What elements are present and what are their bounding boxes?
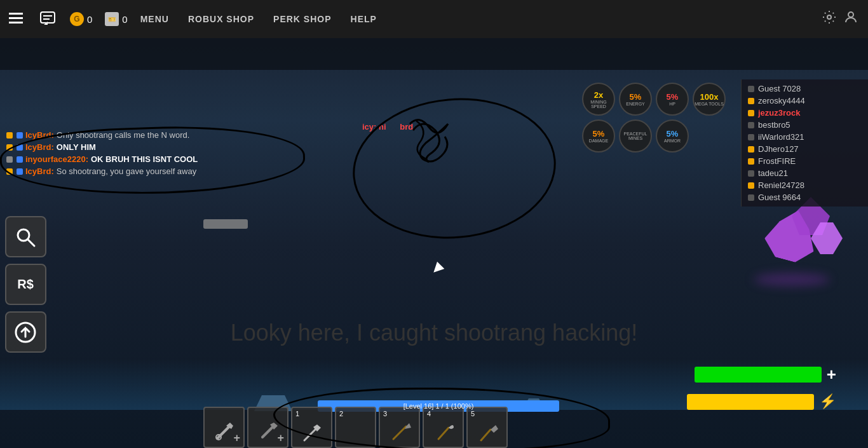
crystal-shadow <box>754 273 830 286</box>
chat-text-3: OK BRUH THIS ISNT COOL <box>91 154 198 164</box>
stat-damage: 5% DAMAGE <box>582 119 615 153</box>
health-bar-container: + <box>695 365 836 384</box>
robux-button[interactable]: R$ <box>5 264 46 305</box>
tool-icon-5 <box>475 420 500 445</box>
settings-icon[interactable] <box>822 10 837 29</box>
topbar: G 0 🎫 0 MENU ROBUX SHOP PERK SHOP HELP <box>0 0 868 38</box>
health-plus-button[interactable]: + <box>827 365 836 384</box>
player-dot <box>748 134 754 140</box>
upload-button[interactable] <box>5 311 46 353</box>
profile-icon[interactable] <box>843 10 858 29</box>
robux-shop-nav[interactable]: ROBUX SHOP <box>188 14 254 24</box>
player-item-djhero127: DJhero127 <box>748 143 862 155</box>
inventory-slots: + + 1 2 <box>203 407 508 448</box>
player-item-jezuz3rock: jezuz3rock <box>748 107 862 119</box>
left-sidebar: R$ <box>0 76 51 362</box>
player-chat-bubble: icy: ni brd <box>362 121 413 132</box>
player-speech-text: icy: ni brd <box>362 122 413 132</box>
energy-bolt-icon[interactable]: ⚡ <box>819 393 836 410</box>
inventory-slot-3[interactable]: 3 <box>379 407 420 448</box>
chat-text-4: So shootrang, you gave yourself away <box>57 166 196 176</box>
stat-hp: 5% HP <box>656 83 689 116</box>
player-dot <box>748 86 754 92</box>
player-item-guest7028: Guest 7028 <box>748 83 862 95</box>
chat-text-1: Only shootrang calls me the N word. <box>57 130 190 140</box>
inventory-slot-1[interactable]: 1 <box>291 407 332 448</box>
svg-line-16 <box>304 428 317 440</box>
currency-group: G 0 🎫 0 <box>70 12 128 26</box>
player-item-bestbro5: bestbro5 <box>748 119 862 131</box>
ticket-icon: 🎫 <box>105 12 119 26</box>
svg-line-9 <box>28 240 34 246</box>
hamburger-menu[interactable] <box>0 0 32 38</box>
gold-value: 0 <box>87 14 92 25</box>
svg-rect-3 <box>41 12 55 23</box>
player-dot <box>748 182 754 189</box>
svg-line-14 <box>262 426 274 437</box>
tool-icon-4 <box>431 420 456 445</box>
player-item-guest9664: Guest 9664 <box>748 191 862 203</box>
nav-links: MENU ROBUX SHOP PERK SHOP HELP <box>140 14 377 24</box>
svg-line-19 <box>438 428 449 439</box>
inventory-slot-special2[interactable]: + <box>247 407 288 448</box>
search-button[interactable] <box>5 216 46 257</box>
svg-line-20 <box>481 430 491 440</box>
svg-point-7 <box>848 12 853 17</box>
stats-panel: 2x Mining Speed 5% ENERGY 5% HP 100x Meg… <box>582 83 728 153</box>
svg-line-18 <box>393 426 406 439</box>
stat-mega-tools: 100x Mega Tools <box>693 83 726 116</box>
health-bar-track <box>695 367 822 383</box>
topbar-right <box>822 10 868 29</box>
coin-icon: G <box>70 12 84 26</box>
player-dot <box>748 122 754 128</box>
perk-shop-nav[interactable]: PERK SHOP <box>273 14 331 24</box>
menu-nav[interactable]: MENU <box>140 14 169 24</box>
player-dot <box>748 110 754 116</box>
help-nav[interactable]: HELP <box>351 14 377 24</box>
tool-icon-special2 <box>256 419 280 444</box>
player-dot <box>748 170 754 177</box>
inventory-slot-special1[interactable]: + <box>203 407 245 448</box>
tool-icon-1 <box>301 421 323 444</box>
player-list: Guest 7028 zerosky4444 jezuz3rock bestbr… <box>741 79 868 207</box>
player-item-reniel24728: Reniel24728 <box>748 179 862 191</box>
slot-add-icon: + <box>233 431 240 445</box>
energy-bar-fill <box>687 394 814 410</box>
player-item-zerosky4444: zerosky4444 <box>748 95 862 107</box>
chat-text-2: ONLY HIM <box>57 142 96 152</box>
topbar-left: G 0 🎫 0 MENU ROBUX SHOP PERK SHOP HELP <box>0 0 377 38</box>
center-text: Looky here, I caught shootrang hacking! <box>231 320 637 346</box>
svg-line-11 <box>217 426 230 438</box>
slot-num-1: 1 <box>295 410 299 417</box>
stat-energy: 5% ENERGY <box>619 83 652 116</box>
player-dot <box>748 98 754 104</box>
stat-peaceful-mines: PEACEFUL MINES <box>619 119 652 153</box>
slot-add-icon-2: + <box>277 431 284 445</box>
player-item-frostfire: FrostFIRE <box>748 155 862 167</box>
chat-button[interactable] <box>32 0 64 38</box>
energy-bar-track <box>687 394 814 410</box>
ticket-value: 0 <box>122 14 127 25</box>
tool-icon-3 <box>387 420 412 445</box>
svg-point-6 <box>827 15 831 19</box>
robux-icon: R$ <box>17 277 34 292</box>
energy-bar-container: ⚡ <box>687 393 836 410</box>
inventory-slot-4[interactable]: 4 <box>423 407 464 448</box>
player-item-iiwarlord321: iiWarlord321 <box>748 131 862 143</box>
stat-mining-speed: 2x Mining Speed <box>582 83 615 116</box>
player-item-tadeu21: tadeu21 <box>748 167 862 179</box>
stat-armor: 5% ARMOR <box>656 119 689 153</box>
floating-item <box>203 219 248 229</box>
svg-rect-0 <box>9 13 23 15</box>
player-dot <box>748 146 754 153</box>
game-area: icy: ni brd IcyBrd: Only shootrang calls… <box>0 38 868 448</box>
ticket-currency: 🎫 0 <box>105 12 127 26</box>
svg-rect-1 <box>9 17 23 19</box>
inventory-bar: [Level 16] 1 / 1 (100%) + + <box>203 400 661 448</box>
inventory-slot-5[interactable]: 5 <box>466 407 508 448</box>
gold-currency: G 0 <box>70 12 92 26</box>
tool-icon-special1 <box>212 419 236 444</box>
player-dot <box>748 158 754 165</box>
inventory-slot-2[interactable]: 2 <box>335 407 376 448</box>
level-text: [Level 16] 1 / 1 (100%) <box>318 400 559 412</box>
